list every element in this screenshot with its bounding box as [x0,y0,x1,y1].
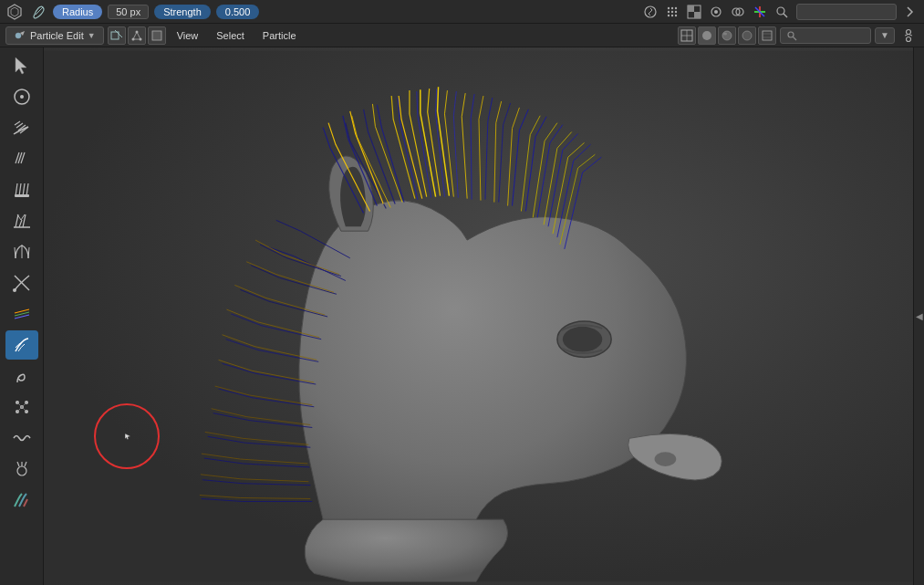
material-icon[interactable] [718,26,736,45]
svg-marker-0 [8,5,21,19]
view-options-icon[interactable] [898,27,919,44]
overlay-icon[interactable] [729,3,747,21]
viewport-search[interactable] [780,27,871,44]
svg-line-62 [19,220,22,227]
svg-point-42 [788,32,794,37]
tool-length[interactable] [5,206,38,235]
svg-point-6 [675,6,677,8]
svg-marker-1 [11,7,18,16]
svg-line-24 [784,14,787,17]
brush-type-icon[interactable] [29,3,47,21]
left-sidebar [0,47,44,585]
right-panel-toggle[interactable]: ◀ [913,47,924,585]
svg-line-78 [22,402,26,407]
select-menu[interactable]: Select [209,28,252,43]
draw-mode-icon[interactable] [108,26,126,45]
svg-line-59 [26,183,28,196]
svg-point-25 [16,33,21,38]
strength-value[interactable]: 0.500 [216,5,260,19]
svg-point-81 [17,466,26,475]
svg-point-11 [671,14,673,16]
radius-value[interactable]: 50 px [108,5,149,19]
strength-pill[interactable]: Strength [154,5,211,19]
dropdown-arrow[interactable]: ▼ [875,27,895,44]
svg-line-77 [17,402,22,407]
svg-line-82 [17,462,19,466]
tool-cut[interactable] [5,268,38,298]
tool-hair-root[interactable] [5,454,38,484]
svg-point-23 [777,7,784,15]
tool-circle-select[interactable] [5,82,38,111]
svg-point-9 [675,10,677,12]
sync-icon[interactable] [641,3,659,21]
svg-rect-39 [763,31,772,40]
view-menu[interactable]: View [170,28,206,43]
svg-rect-14 [688,5,694,12]
svg-line-49 [15,121,20,125]
dot-grid-icon[interactable] [663,3,681,21]
svg-rect-15 [694,12,701,18]
tool-smooth[interactable] [5,144,38,173]
svg-point-44 [907,29,911,34]
radius-pill[interactable]: Radius [53,5,102,19]
wireframe-icon[interactable] [678,26,696,45]
toolbar2-right: ▼ [678,26,919,45]
svg-line-66 [28,247,29,258]
svg-line-80 [22,407,26,412]
tool-wave[interactable] [5,423,38,453]
search-icon[interactable] [773,3,791,21]
tool-comb[interactable] [5,113,38,142]
collapse-right-icon[interactable] [900,3,919,21]
tool-hair-gradient[interactable] [5,486,38,515]
particle-menu[interactable]: Particle [255,28,304,43]
svg-line-84 [25,462,26,466]
svg-line-50 [16,123,23,128]
render-preview-icon[interactable] [738,26,756,45]
workspace-icon[interactable] [5,3,24,21]
checkered-icon[interactable] [685,3,703,21]
render-icon[interactable] [707,3,725,21]
vertex-mode-icon[interactable] [128,26,146,45]
svg-point-4 [668,6,670,8]
tool-weight-gradient[interactable] [5,299,38,329]
tool-curl[interactable] [5,361,38,391]
solid-icon[interactable] [698,26,716,45]
main-area: ◀ [0,47,924,585]
tool-brush-stroke[interactable] [5,330,38,360]
svg-line-57 [19,183,21,196]
svg-line-64 [15,247,16,258]
svg-point-37 [742,31,752,40]
svg-point-46 [907,37,911,41]
svg-point-35 [722,31,732,40]
svg-line-58 [23,183,25,196]
header-right-icons [641,3,919,21]
svg-point-7 [668,10,670,12]
tool-add[interactable] [5,175,38,204]
svg-line-79 [17,407,22,412]
svg-point-88 [655,452,677,466]
camel-viewport-svg [44,47,913,585]
search-field[interactable] [796,4,897,20]
gizmo-icon[interactable] [751,3,769,21]
svg-rect-30 [152,31,161,40]
svg-point-8 [671,10,673,12]
svg-line-61 [16,214,18,227]
mode-dropdown[interactable]: Particle Edit ▼ [5,26,104,45]
svg-point-87 [563,327,602,352]
svg-point-34 [702,31,711,40]
tool-particle-sim[interactable] [5,392,38,422]
tool-puff[interactable] [5,237,38,266]
toolbar2: Particle Edit ▼ View Select Particle [0,24,924,47]
face-mode-icon[interactable] [148,26,166,45]
svg-point-12 [675,14,677,16]
svg-line-56 [16,183,17,196]
svg-point-17 [714,10,718,14]
tool-select[interactable] [5,51,38,80]
svg-point-36 [723,32,727,35]
viewport-3d[interactable] [44,47,913,585]
viewport-mode-icons [678,26,776,45]
svg-line-43 [794,37,797,40]
mode-icons [108,26,166,45]
xray-icon[interactable] [758,26,776,45]
svg-point-5 [671,6,673,8]
